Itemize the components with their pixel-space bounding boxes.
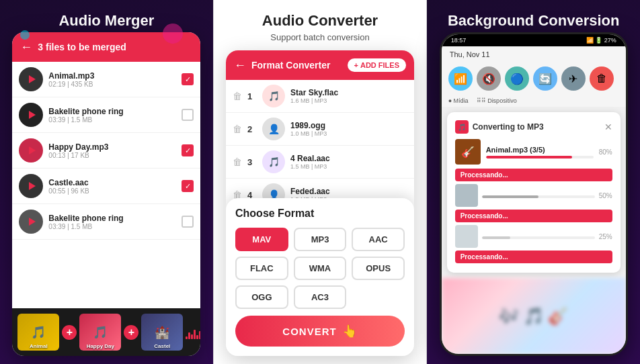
file-icon — [19, 67, 43, 91]
file-meta: 00:13 | 17 KB — [48, 152, 176, 159]
play-icon — [29, 182, 36, 190]
converter-header: ← Format Converter + ADD FILES — [226, 50, 414, 80]
progress-pct-3: 25% — [599, 233, 612, 240]
format-btn-ac3[interactable]: AC3 — [294, 285, 347, 309]
progress-bar-2 — [482, 195, 595, 198]
file-name: Castle.aac — [48, 178, 176, 187]
airplane-icon[interactable]: ✈ — [561, 66, 586, 91]
file-name: Bakelite phone ring — [48, 107, 176, 116]
media-disp-row: ● Mídia ⠿⠿ Dispositivo — [442, 95, 626, 107]
file-meta: 03:39 | 1.5 MB — [48, 223, 176, 230]
quick-settings-row: 📶 🔇 🔵 🔄 ✈ 🗑 — [442, 62, 626, 95]
play-icon — [29, 75, 36, 83]
panel-background-conversion: Background Conversion 18:57 📶 🔋 27% Thu,… — [427, 0, 640, 364]
converting-item-3: 25% — [455, 225, 612, 248]
panel-audio-converter: Audio Converter Support batch conversion… — [213, 0, 428, 364]
format-btn-mav[interactable]: MAV — [235, 228, 288, 251]
format-btn-opus[interactable]: OPUS — [352, 257, 405, 280]
file-checkbox[interactable] — [182, 216, 194, 228]
format-btn-aac[interactable]: AAC — [352, 228, 405, 251]
wave-bar — [186, 336, 188, 339]
thumb-label: Happy Day — [81, 343, 120, 349]
format-btn-mp3[interactable]: MP3 — [294, 228, 347, 251]
plus-icon: + — [354, 61, 358, 69]
sync-icon[interactable]: 🔄 — [533, 66, 557, 91]
panel3-title: Background Conversion — [448, 12, 619, 30]
file-icon — [19, 138, 43, 163]
progress-fill-2 — [482, 195, 538, 198]
processing-bar-2: Processando... — [455, 210, 612, 222]
convert-button[interactable]: CONVERT 👆 — [235, 316, 405, 347]
converting-filename: Animal.mp3 (3/5) — [486, 146, 594, 154]
phone-status-bar: 18:57 📶 🔋 27% — [442, 34, 626, 46]
thumb-label: Animal — [19, 343, 58, 349]
wave-bar — [196, 335, 198, 339]
plus-icon: + — [124, 325, 138, 340]
processing-bar-1: Processando... — [455, 169, 612, 181]
item-number: 2 — [247, 124, 257, 134]
thumb-label: Castel — [143, 343, 182, 349]
merge-preview-bar: 🎵 Animal + 🎵 Happy Day + 🏰 Castel — [12, 308, 200, 356]
decorative-dot-pink — [163, 24, 183, 44]
panel1-title: Audio Merger — [58, 12, 154, 30]
list-item[interactable]: Castle.aac 00:55 | 96 KB — [12, 169, 200, 204]
list-item[interactable]: 🗑 3 🎵 4 Real.aac 1.5 MB | MP3 — [226, 146, 414, 179]
bg-phone-screen: 18:57 📶 🔋 27% Thu, Nov 11 📶 🔇 🔵 🔄 ✈ 🗑 ● … — [440, 32, 628, 356]
waveform — [186, 326, 200, 339]
format-btn-flac[interactable]: FLAC — [235, 257, 288, 280]
converting-main-item: 🎸 Animal.mp3 (3/5) 80% — [455, 139, 612, 165]
trash-icon[interactable]: 🗑 — [233, 124, 242, 134]
plus-icon: + — [62, 325, 77, 340]
convert-label: CONVERT — [282, 326, 336, 337]
mute-icon[interactable]: 🔇 — [477, 66, 501, 91]
format-btn-wma[interactable]: WMA — [294, 257, 347, 280]
progress-bar-3 — [482, 236, 595, 239]
list-item[interactable]: 🗑 2 👤 1989.ogg 1.0 MB | MP3 — [226, 113, 414, 146]
file-icon: 👤 — [262, 118, 285, 140]
list-item[interactable]: Happy Day.mp3 00:13 | 17 KB — [12, 133, 200, 169]
back-arrow-icon[interactable]: ← — [20, 40, 32, 54]
status-icons: 📶 🔋 27% — [586, 37, 616, 44]
list-item[interactable]: Animal.mp3 02:19 | 435 KB — [12, 62, 200, 97]
merge-thumb-3: 🏰 Castel — [141, 314, 183, 351]
phone-screen-1: ← 3 files to be merged Animal.mp3 02:19 … — [12, 32, 200, 356]
file-name: Feded.aac — [290, 187, 407, 196]
back-arrow-icon[interactable]: ← — [234, 58, 246, 73]
popup-title: Converting to MP3 — [473, 122, 544, 132]
media-label: ● Mídia — [448, 97, 469, 104]
wave-bar — [194, 330, 196, 339]
format-grid: MAV MP3 AAC FLAC WMA OPUS OGG AC3 — [235, 228, 405, 309]
item-number: 3 — [247, 157, 257, 167]
bluetooth-icon[interactable]: 🔵 — [505, 66, 529, 91]
panel-audio-merger: Audio Merger ← 3 files to be merged Anim… — [0, 0, 213, 364]
add-files-button[interactable]: + ADD FILES — [348, 58, 407, 72]
wifi-icon[interactable]: 📶 — [448, 66, 473, 91]
format-btn-ogg[interactable]: OGG — [235, 285, 288, 309]
status-time: 18:57 — [451, 37, 467, 44]
hand-icon: 👆 — [342, 324, 358, 338]
list-item[interactable]: Bakelite phone ring 03:39 | 1.5 MB — [12, 204, 200, 240]
merge-thumb-2: 🎵 Happy Day — [79, 314, 121, 351]
file-checkbox[interactable] — [182, 73, 194, 85]
delete-icon[interactable]: 🗑 — [590, 66, 614, 91]
trash-icon[interactable]: 🗑 — [233, 91, 242, 101]
close-icon[interactable]: ✕ — [604, 122, 612, 132]
file-checkbox[interactable] — [182, 109, 194, 121]
date-text: Thu, Nov 11 — [450, 50, 490, 58]
file-meta: 02:19 | 435 KB — [48, 81, 176, 88]
trash-icon[interactable]: 🗑 — [233, 156, 242, 167]
file-icon — [19, 210, 43, 234]
app-icon: 🎵 — [455, 120, 469, 134]
file-icon: 🎵 — [262, 150, 285, 173]
file-icon — [19, 103, 43, 127]
file-checkbox[interactable] — [182, 180, 194, 192]
list-item[interactable]: Bakelite phone ring 03:39 | 1.5 MB — [12, 97, 200, 133]
list-item[interactable]: 🗑 1 🎵 Star Sky.flac 1.6 MB | MP3 — [226, 80, 414, 113]
file-meta: 1.0 MB | MP3 — [290, 130, 407, 137]
file-checkbox[interactable] — [182, 144, 194, 156]
blurred-background: 🎶 🎵 🎸 — [442, 278, 626, 354]
format-chooser-title: Choose Format — [235, 208, 405, 220]
file-icon: 🎵 — [262, 85, 285, 107]
play-icon — [29, 146, 36, 154]
progress-fill-1 — [486, 156, 572, 158]
